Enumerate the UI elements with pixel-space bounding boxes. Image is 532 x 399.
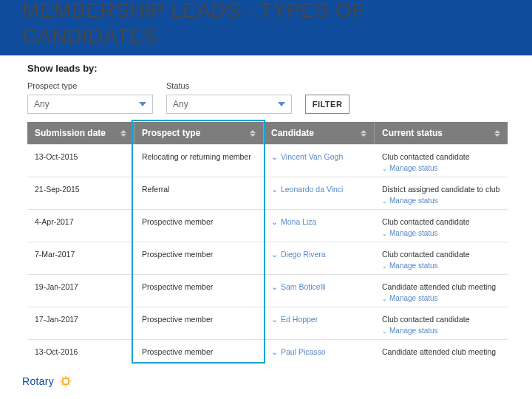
filter-panel: Show leads by: Prospect type Any Status …	[27, 63, 508, 114]
col-prospect-type[interactable]: Prospect type	[134, 122, 264, 144]
table-row: 21-Sep-2015Referral⌄Leonardo da VinciDis…	[27, 177, 508, 209]
cell-prospect-type: Referral	[134, 177, 264, 209]
rotary-gear-icon	[58, 374, 73, 389]
filter-status: Status Any	[166, 81, 292, 114]
cell-prospect-type: Prospective member	[134, 307, 264, 339]
filter-row: Prospect type Any Status Any FILTER	[27, 81, 508, 114]
status-text: Club contacted candidate	[382, 315, 500, 324]
manage-status-label: Manage status	[389, 327, 438, 335]
page-title: MEMBERSHIP LEADS - TYPES OF CANDIDATES	[22, 0, 365, 49]
manage-status-link[interactable]: ⌄Manage status	[382, 197, 500, 205]
cell-candidate[interactable]: ⌄Paul Picasso	[264, 340, 375, 361]
candidate-name: Vincent Van Gogh	[281, 152, 343, 161]
cell-candidate[interactable]: ⌄Diego Rivera	[264, 242, 375, 274]
cell-status: Candidate attended club meeting⌄Manage s…	[375, 275, 508, 307]
filter-prospect: Prospect type Any	[27, 81, 153, 114]
cell-date: 19-Jan-2017	[27, 275, 134, 307]
chevron-down-icon: ⌄	[271, 315, 278, 324]
table-row: 17-Jan-2017Prospective member⌄Ed HopperC…	[27, 307, 508, 339]
chevron-down-icon	[278, 102, 285, 106]
chevron-down-icon	[139, 102, 146, 106]
filter-header: Show leads by:	[27, 63, 508, 74]
chevron-down-icon: ⌄	[382, 263, 387, 270]
manage-status-label: Manage status	[389, 294, 438, 302]
status-text: Club contacted candidate	[382, 152, 500, 161]
cell-status: District assigned candidate to club⌄Mana…	[375, 177, 508, 209]
col-candidate[interactable]: Candidate	[264, 122, 375, 144]
svg-point-0	[63, 378, 69, 385]
table-row: 13-Oct-2016Prospective member⌄Paul Picas…	[27, 339, 508, 361]
chevron-down-icon: ⌄	[271, 152, 278, 161]
cell-prospect-type: Prospective member	[134, 210, 264, 242]
chevron-down-icon: ⌄	[382, 166, 387, 172]
table-row: 19-Jan-2017Prospective member⌄Sam Botice…	[27, 274, 508, 307]
cell-date: 13-Oct-2016	[27, 340, 134, 361]
candidate-name: Diego Rivera	[281, 250, 326, 259]
col-current-status[interactable]: Current status	[375, 122, 508, 144]
manage-status-link[interactable]: ⌄Manage status	[382, 262, 500, 270]
status-value: Any	[173, 99, 188, 109]
filter-button[interactable]: FILTER	[305, 95, 349, 114]
status-select[interactable]: Any	[166, 95, 292, 114]
cell-candidate[interactable]: ⌄Sam Boticelli	[264, 275, 375, 307]
candidate-name: Paul Picasso	[281, 347, 326, 356]
manage-status-link[interactable]: ⌄Manage status	[382, 294, 500, 302]
cell-date: 13-Oct-2015	[27, 145, 134, 177]
leads-table: Submission date Prospect type Candidate …	[27, 122, 508, 361]
sort-icon	[120, 130, 126, 137]
table-row: 7-Mar-2017Prospective member⌄Diego River…	[27, 242, 508, 274]
manage-status-link[interactable]: ⌄Manage status	[382, 229, 500, 237]
prospect-type-label: Prospect type	[27, 81, 153, 90]
manage-status-label: Manage status	[389, 229, 438, 237]
chevron-down-icon: ⌄	[271, 250, 278, 259]
chevron-down-icon: ⌄	[271, 282, 278, 291]
status-text: Candidate attended club meeting	[382, 282, 500, 291]
manage-status-label: Manage status	[389, 262, 438, 270]
candidate-name: Mona Liza	[281, 217, 316, 226]
manage-status-label: Manage status	[389, 197, 438, 205]
status-text: Club contacted candidate	[382, 250, 500, 259]
chevron-down-icon: ⌄	[382, 296, 387, 302]
manage-status-label: Manage status	[389, 164, 438, 172]
cell-status: Club contacted candidate⌄Manage status	[375, 307, 508, 339]
chevron-down-icon: ⌄	[382, 328, 387, 335]
table-row: 13-Oct-2015Relocating or returning membe…	[27, 144, 508, 177]
chevron-down-icon: ⌄	[382, 231, 387, 237]
table-row: 4-Apr-2017Prospective member⌄Mona LizaCl…	[27, 209, 508, 242]
footer: Rotary	[22, 374, 73, 389]
candidate-name: Leonardo da Vinci	[281, 185, 343, 194]
chevron-down-icon: ⌄	[271, 347, 278, 356]
manage-status-link[interactable]: ⌄Manage status	[382, 327, 500, 335]
candidate-name: Ed Hopper	[281, 315, 318, 324]
cell-prospect-type: Prospective member	[134, 275, 264, 307]
prospect-type-select[interactable]: Any	[27, 95, 153, 114]
cell-candidate[interactable]: ⌄Leonardo da Vinci	[264, 177, 375, 209]
cell-status: Club contacted candidate⌄Manage status	[375, 210, 508, 242]
cell-date: 21-Sep-2015	[27, 177, 134, 209]
cell-status: Club contacted candidate⌄Manage status	[375, 145, 508, 177]
col-submission-date[interactable]: Submission date	[27, 122, 134, 144]
candidate-name: Sam Boticelli	[281, 282, 326, 291]
brand-text: Rotary	[22, 375, 54, 387]
chevron-down-icon: ⌄	[271, 185, 278, 194]
chevron-down-icon: ⌄	[271, 217, 278, 226]
cell-prospect-type: Prospective member	[134, 340, 264, 361]
cell-candidate[interactable]: ⌄Ed Hopper	[264, 307, 375, 339]
chevron-down-icon: ⌄	[382, 198, 387, 205]
cell-prospect-type: Relocating or returning member	[134, 145, 264, 177]
cell-status: Club contacted candidate⌄Manage status	[375, 242, 508, 274]
status-text: Club contacted candidate	[382, 217, 500, 226]
cell-status: Candidate attended club meeting	[375, 340, 508, 361]
prospect-type-value: Any	[34, 99, 50, 109]
sort-icon	[250, 130, 256, 137]
cell-candidate[interactable]: ⌄Mona Liza	[264, 210, 375, 242]
status-text: Candidate attended club meeting	[382, 347, 500, 356]
manage-status-link[interactable]: ⌄Manage status	[382, 164, 500, 172]
cell-date: 17-Jan-2017	[27, 307, 134, 339]
sort-icon	[494, 130, 500, 137]
status-label: Status	[166, 81, 292, 90]
cell-date: 4-Apr-2017	[27, 210, 134, 242]
cell-candidate[interactable]: ⌄Vincent Van Gogh	[264, 145, 375, 177]
table-header: Submission date Prospect type Candidate …	[27, 122, 508, 144]
cell-date: 7-Mar-2017	[27, 242, 134, 274]
